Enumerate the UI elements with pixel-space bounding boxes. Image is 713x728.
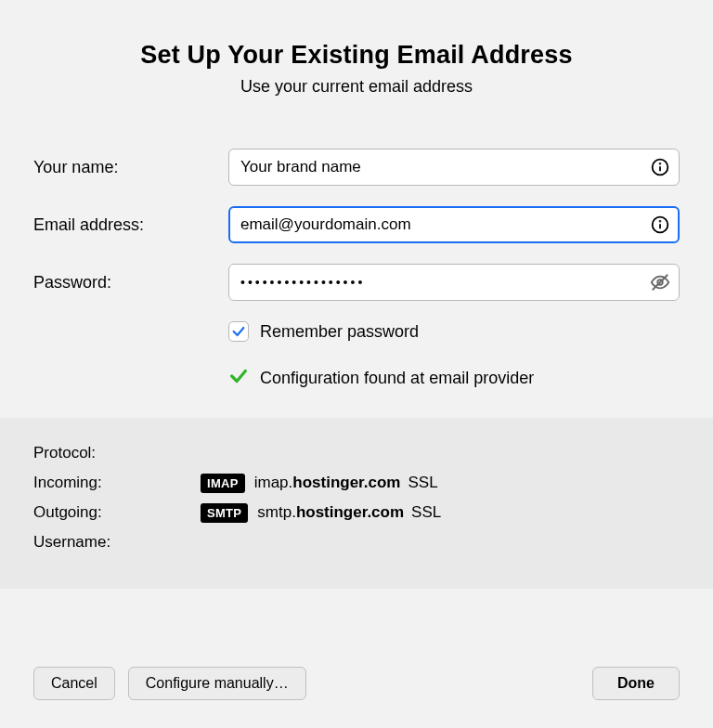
config-panel: Protocol: Incoming: IMAP imap.hostinger.… — [0, 418, 713, 589]
outgoing-label: Outgoing: — [33, 503, 201, 522]
outgoing-ssl: SSL — [411, 503, 441, 522]
protocol-label: Protocol: — [33, 444, 201, 462]
svg-point-2 — [660, 163, 661, 164]
name-label: Your name: — [33, 158, 228, 177]
name-input[interactable] — [228, 149, 680, 186]
info-icon[interactable] — [650, 214, 670, 235]
check-icon — [228, 366, 249, 390]
remember-label: Remember password — [260, 322, 419, 342]
email-label: Email address: — [33, 215, 228, 235]
svg-point-5 — [660, 221, 661, 222]
eye-off-icon[interactable] — [650, 272, 670, 292]
email-input[interactable] — [228, 206, 680, 243]
incoming-ssl: SSL — [408, 474, 437, 492]
cancel-button[interactable]: Cancel — [33, 667, 115, 700]
password-label: Password: — [33, 273, 228, 292]
password-mask: ••••••••••••••••• — [240, 275, 365, 290]
done-button[interactable]: Done — [592, 667, 680, 700]
remember-checkbox[interactable] — [228, 321, 249, 342]
info-icon[interactable] — [650, 157, 670, 177]
incoming-server: imap.hostinger.com — [254, 474, 401, 492]
username-label: Username: — [33, 533, 201, 552]
outgoing-badge: SMTP — [201, 503, 248, 523]
password-input[interactable]: ••••••••••••••••• — [228, 264, 680, 301]
incoming-badge: IMAP — [201, 474, 245, 493]
incoming-label: Incoming: — [33, 474, 201, 492]
configure-manually-button[interactable]: Configure manually… — [128, 667, 306, 700]
page-title: Set Up Your Existing Email Address — [0, 41, 713, 70]
status-message: Configuration found at email provider — [260, 369, 534, 388]
page-subtitle: Use your current email address — [0, 77, 713, 97]
outgoing-server: smtp.hostinger.com — [257, 503, 404, 522]
